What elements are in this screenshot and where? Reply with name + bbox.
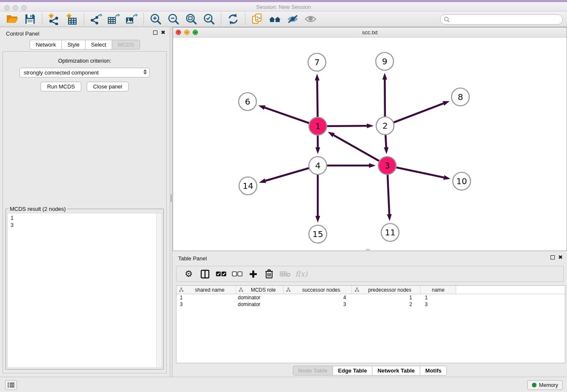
control-panel: Control Panel ✖ NetworkStyleSelectMCDS O… [0,27,170,377]
apply-layout-icon[interactable] [227,13,239,25]
graph-node-11[interactable]: 11 [381,224,399,241]
graph-node-4[interactable]: 4 [309,157,327,174]
delete-row-icon[interactable] [263,268,275,280]
float-panel-icon[interactable] [153,30,157,35]
add-row-icon[interactable] [247,268,259,280]
table-settings-icon[interactable]: ⚙ [182,268,195,280]
result-scrollbar[interactable] [156,213,162,367]
dropdown-stepper-icon [143,69,147,75]
column-header-predecessor-nodes[interactable]: predecessor nodes [352,286,421,294]
svg-text:1: 1 [315,121,321,131]
graph-node-8[interactable]: 8 [451,88,469,106]
float-table-panel-icon[interactable] [550,255,555,259]
vertical-splitter[interactable] [170,27,173,377]
search-input[interactable] [452,16,562,23]
control-panel-tabs: NetworkStyleSelectMCDS [0,40,170,50]
show-panels-icon[interactable] [304,13,317,25]
memory-status-icon [532,383,537,387]
networkanalyzer-icon[interactable] [269,13,281,25]
export-table-icon[interactable] [107,13,120,25]
column-header-MCDS-role[interactable]: MCDS role [236,286,284,294]
table-tab-motifs[interactable]: Motifs [420,366,447,375]
edge-arrowhead [369,163,376,168]
edge-arrowhead [259,179,266,183]
table-row[interactable]: 3dominator323 [176,301,565,308]
mcds-result-group: MCDS result (2 nodes) 1 3 [6,209,164,370]
graph-node-9[interactable]: 9 [376,52,394,70]
tab-style[interactable]: Style [61,40,85,50]
hierarchy-sort-icon [239,287,243,292]
edge-arrowhead [387,214,392,221]
table-row[interactable]: 1dominator411 [176,294,565,301]
table-cell: 2 [352,301,421,308]
deselect-all-icon[interactable] [231,268,243,280]
control-panel-title: Control Panel [6,30,39,37]
close-panel-icon[interactable]: ✖ [161,30,165,35]
criterion-dropdown[interactable]: strongly connected component [19,68,150,77]
graph-node-10[interactable]: 10 [453,172,471,190]
edge-arrowhead [328,132,335,137]
task-history-button[interactable] [5,380,17,390]
node-table[interactable]: shared nameMCDS rolesuccessor nodesprede… [176,285,565,363]
network-canvas[interactable]: 7968124314101511 [173,38,567,251]
app-titlebar: Session: New Session [0,0,567,11]
column-header-successor-nodes[interactable]: successor nodes [284,286,352,294]
svg-text:14: 14 [242,181,253,191]
run-mcds-button[interactable]: Run MCDS [41,82,81,91]
show-columns-icon[interactable] [198,268,211,280]
graph-node-7[interactable]: 7 [308,53,326,71]
apply-function-icon: f(x) [295,268,308,280]
horizontal-splitter-grip[interactable] [366,249,370,251]
table-cell: 4 [284,294,352,301]
hide-panels-icon[interactable] [286,13,299,25]
zoom-fit-icon[interactable] [185,13,198,25]
search-box[interactable] [440,14,563,25]
memory-button[interactable]: Memory [527,380,563,390]
optimization-criterion-label: Optimization criterion: [3,58,166,64]
tab-select[interactable]: Select [85,40,112,50]
network-window-titlebar[interactable]: ✕ − + scc.txt [173,28,567,38]
splitter-grip[interactable] [171,194,172,202]
graph-node-2[interactable]: 2 [376,117,394,135]
table-tab-network-table[interactable]: Network Table [372,366,420,375]
edge-arrowhead [315,147,320,154]
table-tab-node-table[interactable]: Node Table [293,366,333,375]
tab-network[interactable]: Network [30,40,62,50]
close-table-panel-icon[interactable]: ✖ [558,255,563,259]
zoom-selected-icon[interactable] [203,13,215,25]
zoom-out-icon[interactable] [167,13,180,25]
window-title: Session: New Session [0,4,567,10]
svg-text:9: 9 [382,56,388,66]
main-toolbar [0,11,567,27]
table-cell: 1 [176,294,236,301]
edge-arrowhead [367,124,374,128]
close-panel-button[interactable]: Close panel [87,82,129,91]
edge-arrowhead [315,74,319,80]
import-network-icon[interactable] [48,13,61,25]
copy-network-icon[interactable] [251,13,264,25]
save-session-icon[interactable] [24,13,36,25]
tab-mcds[interactable]: MCDS [112,40,140,50]
graph-node-15[interactable]: 15 [309,225,327,243]
open-session-icon[interactable] [6,13,19,25]
import-table-icon[interactable] [66,13,78,25]
graph-node-1[interactable]: 1 [309,117,327,135]
zoom-in-icon[interactable] [149,13,162,25]
select-all-icon[interactable] [215,268,227,280]
criterion-dropdown-value: strongly connected component [24,69,99,76]
column-header-name[interactable]: name [421,286,456,294]
svg-text:11: 11 [385,227,395,237]
svg-text:6: 6 [245,97,250,107]
delete-columns-icon [279,268,292,280]
export-image-icon[interactable] [125,13,138,25]
graph-node-6[interactable]: 6 [239,93,256,110]
table-cell: 1 [352,294,421,301]
export-network-icon[interactable] [90,13,102,25]
mcds-result-title: MCDS result (2 nodes) [8,206,67,212]
graph-node-3[interactable]: 3 [378,157,396,174]
table-tab-edge-table[interactable]: Edge Table [333,366,372,375]
edge-arrowhead [443,101,450,106]
svg-text:4: 4 [315,160,321,171]
column-header-shared-name[interactable]: shared name [176,286,236,294]
graph-node-14[interactable]: 14 [239,177,257,195]
